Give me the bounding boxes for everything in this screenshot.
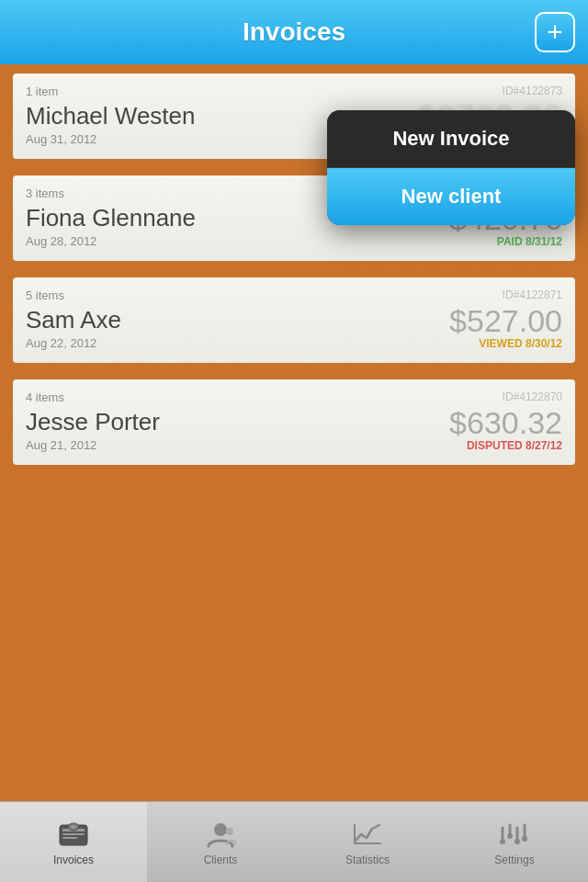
statistics-icon	[352, 819, 383, 850]
tab-statistics[interactable]: Statistics	[294, 802, 441, 882]
svg-point-19	[507, 833, 513, 839]
new-client-label: New client	[401, 185, 502, 208]
svg-point-9	[71, 825, 76, 829]
content-area: 1 item Michael Westen Aug 31, 2012 ID#41…	[0, 64, 588, 801]
tab-invoices[interactable]: Invoices	[0, 802, 147, 882]
invoice-id-3: ID#4122870	[503, 390, 562, 403]
invoice-card-3[interactable]: 4 items Jesse Porter Aug 21, 2012 ID#412…	[13, 379, 575, 465]
zigzag-3	[13, 465, 575, 481]
zigzag-1	[13, 261, 575, 277]
app-header: Invoices +	[0, 0, 588, 64]
tab-clients-label: Clients	[204, 854, 238, 866]
new-invoice-button[interactable]: New Invoice	[327, 110, 575, 168]
invoice-id-0: ID#4122873	[503, 85, 562, 97]
tab-bar: Invoices Clients Statistics	[0, 801, 588, 882]
new-client-button[interactable]: New client	[327, 168, 575, 225]
tab-settings[interactable]: Settings	[441, 802, 588, 882]
invoice-status-1: PAID 8/31/12	[497, 235, 562, 248]
plus-icon: +	[547, 18, 563, 46]
svg-marker-2	[13, 363, 575, 379]
invoice-items-2: 5 items	[26, 288, 562, 302]
svg-marker-3	[13, 465, 575, 481]
invoice-status-2: VIEWED 8/30/12	[479, 337, 562, 350]
invoice-amount-3: $630.32	[449, 405, 562, 441]
clients-icon	[205, 819, 236, 850]
svg-rect-7	[62, 837, 77, 839]
tab-statistics-label: Statistics	[345, 854, 390, 866]
dropdown-menu: New Invoice New client	[327, 110, 575, 225]
svg-point-11	[226, 828, 233, 835]
add-button[interactable]: +	[535, 12, 575, 52]
svg-rect-6	[62, 833, 85, 835]
settings-icon	[499, 819, 530, 850]
invoice-items-3: 4 items	[26, 390, 562, 404]
tab-settings-label: Settings	[494, 854, 534, 866]
tab-clients[interactable]: Clients	[147, 802, 294, 882]
svg-point-21	[522, 836, 527, 842]
svg-point-10	[214, 823, 227, 836]
svg-point-18	[500, 839, 505, 844]
invoice-status-3: DISPUTED 8/27/12	[467, 439, 562, 452]
zigzag-2	[13, 363, 575, 379]
svg-marker-1	[13, 261, 575, 277]
header-title: Invoices	[243, 17, 345, 47]
svg-point-20	[514, 839, 520, 844]
invoice-card-2[interactable]: 5 items Sam Axe Aug 22, 2012 ID#4122871 …	[13, 277, 575, 363]
new-invoice-label: New Invoice	[392, 127, 509, 150]
invoice-id-2: ID#4122871	[503, 288, 562, 301]
invoices-icon	[58, 819, 89, 850]
invoice-amount-2: $527.00	[449, 303, 562, 339]
invoice-items-0: 1 item	[26, 85, 562, 98]
tab-invoices-label: Invoices	[53, 854, 94, 866]
